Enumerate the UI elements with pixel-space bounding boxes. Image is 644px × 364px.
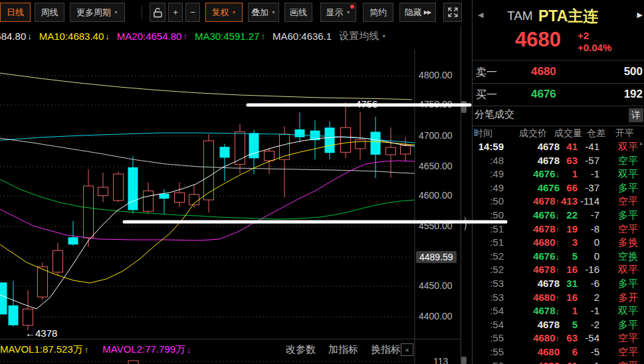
annotation-0: ←4756 [346,98,377,110]
trade-row-3[interactable]: :49467666-37多平 [473,181,644,195]
candle-body-12 [175,193,185,203]
trade-volume: 19 [558,223,578,234]
bid-1-row[interactable]: 买一4676192 [473,84,644,106]
trade-open-close-flag: 双平 [618,305,644,318]
annotation-1: ←4378 [25,327,57,339]
indicator-link-2[interactable]: 换指标 [371,343,401,358]
candle-body-26 [386,147,396,155]
trade-volume: 1 [558,305,578,316]
trade-volume: 63 [558,332,578,343]
trade-row-13[interactable]: :5446785-2多平 [473,318,644,332]
scrollbar-thumb[interactable] [461,101,467,113]
trade-row-4[interactable]: :504678↑413-114空平 [473,195,644,209]
trade-row-11[interactable]: :534680↑162多开 [473,291,644,305]
trade-time: :51 [473,223,504,234]
trade-row-8[interactable]: :524676↓50空换 [473,250,644,264]
mavol2-text: MAVOL2:77.799万 [102,343,185,356]
candle-body-22 [325,128,335,153]
trade-time: :50 [473,195,504,207]
table-header-3: 仓差 [587,128,605,139]
trade-open-close-flag: 多平 [618,319,644,331]
trade-price: 4678 [506,141,560,152]
tick-detail-button[interactable]: 详 [629,108,643,122]
y-axis-tick: 4750.00 [419,99,460,110]
trade-row-14[interactable]: :554680↑63-54空平 [473,331,644,345]
prev-instrument-icon[interactable]: ◀ [478,11,483,19]
trade-oi-change: -1 [578,360,599,364]
trade-open-close-flag: 多平 [618,182,644,195]
trade-row-2[interactable]: :494676↓1-1双平 [473,167,644,181]
trade-row-16[interactable]: :56468011-1空平 [473,359,644,364]
trade-price: 4678↓ [506,305,560,316]
table-header-0: 时间 [474,128,492,139]
trade-open-close-flag: 空平 [618,223,644,236]
candle-body-18 [265,151,274,161]
trading-app-window: 日线周线更多周期▼+−复权▼叠加▼画线显示▼简约隐藏▶▶ MA5:4684.80… [0,0,644,364]
candle-body-15 [220,147,230,157]
trade-volume: 16 [558,292,578,303]
next-instrument-icon[interactable]: ▶ [637,11,643,19]
trade-time: :55 [473,346,504,357]
trade-oi-change: -8 [578,223,599,234]
trade-row-9[interactable]: :524678↑16-16双平 [473,263,644,277]
trade-row-10[interactable]: :53467831-6多平 [473,277,644,291]
trade-open-close-flag: 多平 [618,278,644,290]
panel-divider [461,25,461,364]
trade-row-15[interactable]: :5546806-5空平 [473,345,644,359]
trade-price: 4680↑ [506,236,560,248]
trade-row-0[interactable]: 14:59467841-41双平 [473,140,644,154]
scroll-up-icon[interactable]: ▲ [639,141,643,145]
trade-time: :54 [473,305,504,316]
trade-price: 4678 [506,319,560,330]
trade-time: :53 [473,292,504,303]
trade-row-6[interactable]: :514678↑19-8空平 [473,223,644,236]
indicator-link-1[interactable]: 加指标 [328,343,358,358]
indicator-link-0[interactable]: 改参数 [286,343,316,358]
trade-volume: 3 [558,236,578,248]
indicator-close-button[interactable]: × [401,343,413,356]
tick-list-title: 分笔成交 [475,108,514,121]
trade-price: 4678↑ [506,195,560,207]
trade-volume: 413 [558,195,578,207]
trade-volume: 22 [558,209,578,221]
panel-collapse-handle[interactable] [461,217,467,231]
scrollbar-thumb-bottom[interactable] [461,357,467,364]
mavol1-label: MAVOL1:87.523万 ↑ [0,343,88,356]
trade-oi-change: -5 [578,346,599,357]
trade-open-close-flag: 多平 [618,209,644,222]
ask-1-row[interactable]: 卖一4680500 [473,61,644,83]
y-axis-tick: 4600.00 [419,190,460,201]
y-axis-tick: 4450.00 [419,280,460,291]
candle-body-27 [401,145,411,154]
indicator-links: 改参数加指标换指标 [286,343,419,358]
trade-time: :51 [473,236,504,248]
trade-volume: 16 [558,264,578,275]
candle-body-19 [280,134,290,159]
candle-body-11 [160,194,169,199]
trade-volume: 6 [558,346,578,357]
trade-row-7[interactable]: :514680↑30多换 [473,236,644,250]
trade-price: 4680↑ [506,332,560,343]
trade-row-12[interactable]: :544678↓1-1双平 [473,304,644,318]
trade-volume: 63 [558,155,578,166]
instrument-name[interactable]: PTA主连 [538,6,598,27]
trade-open-close-flag: 双平 [618,264,644,276]
last-price: 4680 [515,28,561,52]
pane-separator [0,339,461,339]
candle-body-10 [144,191,154,211]
trade-open-close-flag: 空平 [618,332,644,345]
trade-volume: 31 [558,278,578,289]
trade-time: :52 [473,250,504,262]
candlestick-chart[interactable]: ←4756←4378 [0,0,472,364]
trade-price: 4680 [506,346,560,357]
trade-row-1[interactable]: :48467863-57空平 [473,154,644,168]
trade-row-5[interactable]: :504676↓22-7多平 [473,209,644,223]
trade-time: :52 [473,264,504,275]
depth-price: 4680 [531,65,556,78]
candle-body-7 [98,187,108,196]
trade-time: :54 [473,319,504,330]
trade-oi-change: -37 [578,182,599,193]
candle-body-20 [295,130,305,137]
trade-open-close-flag: 空平 [618,195,644,208]
depth-label: 卖一 [476,66,497,80]
